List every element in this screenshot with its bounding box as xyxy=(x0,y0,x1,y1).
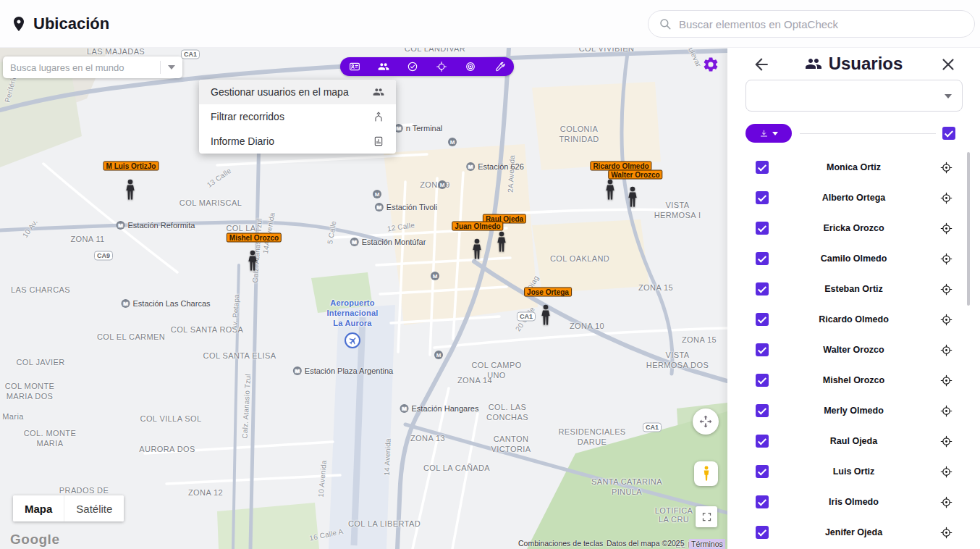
user-marker[interactable] xyxy=(539,304,552,329)
map-street-label: 13 Calle xyxy=(206,167,234,190)
fullscreen-button[interactable] xyxy=(696,506,717,527)
users-panel: Usuarios Monica OrtizAlberto OrtegaErick… xyxy=(727,48,980,549)
locate-user-button[interactable] xyxy=(939,525,953,540)
select-all-checkbox[interactable] xyxy=(942,127,955,140)
user-checkbox[interactable] xyxy=(756,282,769,296)
map-place-search-input[interactable] xyxy=(3,62,160,73)
station-label: Mn Terminal xyxy=(394,124,443,133)
map-area-label: COL. MONTEMARIA xyxy=(24,429,76,449)
user-checkbox[interactable] xyxy=(756,465,769,478)
pan-control-button[interactable] xyxy=(693,408,719,435)
download-icon xyxy=(759,129,769,138)
user-name: Walter Orozco xyxy=(769,345,939,355)
user-marker[interactable] xyxy=(124,179,137,204)
wrench-icon[interactable] xyxy=(489,57,510,76)
user-marker-label: Jose Ortega xyxy=(524,288,572,297)
map-area-label: RESIDENCIALESDARUE xyxy=(558,427,625,448)
map-area-label: COL LA CAÑADA xyxy=(423,464,490,474)
user-name: Iris Olmedo xyxy=(769,497,939,507)
locate-user-button[interactable] xyxy=(939,495,953,509)
map-street-label: 10 Av. xyxy=(21,218,40,240)
scrollbar-thumb[interactable] xyxy=(967,152,970,306)
user-checkbox[interactable] xyxy=(756,526,769,539)
user-checkbox[interactable] xyxy=(756,374,769,387)
user-marker[interactable] xyxy=(626,186,639,211)
search-icon xyxy=(659,17,672,30)
user-checkbox[interactable] xyxy=(756,435,769,448)
user-filter-select[interactable] xyxy=(745,80,963,112)
map-street-label: Calz. Atanasio Tzul xyxy=(240,374,253,439)
users-dark-icon xyxy=(373,86,384,98)
user-name: Alberto Ortega xyxy=(769,193,939,203)
map-area-label: ZONA 15 xyxy=(682,335,717,345)
global-search[interactable] xyxy=(648,10,975,38)
pegman-control[interactable] xyxy=(694,461,718,486)
user-row: Luis Ortiz xyxy=(727,456,973,487)
locate-user-button[interactable] xyxy=(939,190,953,205)
user-row: Esteban Ortiz xyxy=(727,274,973,304)
user-marker[interactable] xyxy=(604,179,617,204)
locate-user-button[interactable] xyxy=(939,343,953,357)
crosshair-icon[interactable] xyxy=(431,57,452,76)
locate-user-button[interactable] xyxy=(939,282,953,296)
user-name: Ricardo Olmedo xyxy=(769,314,939,324)
map-area-label: VISTAHERMOSA DOS xyxy=(646,351,709,371)
user-row: Walter Orozco xyxy=(727,335,973,365)
global-search-input[interactable] xyxy=(679,18,964,30)
map-area-label: COL MONTEMARIA DOS xyxy=(5,382,55,402)
user-checkbox[interactable] xyxy=(756,313,769,326)
map-area-label: LAS MAJADAS xyxy=(87,48,145,57)
station-label: MEstación Tivoli xyxy=(375,203,437,211)
user-marker[interactable] xyxy=(470,238,483,263)
user-checkbox[interactable] xyxy=(756,191,769,204)
user-checkbox[interactable] xyxy=(756,252,769,265)
locate-user-button[interactable] xyxy=(939,160,953,175)
user-checkbox[interactable] xyxy=(756,161,769,174)
user-row: Ericka Orozco xyxy=(727,213,973,243)
user-checkbox[interactable] xyxy=(756,404,769,417)
map-type-satellite-button[interactable]: Satélite xyxy=(64,495,124,521)
settings-gear-icon[interactable] xyxy=(702,56,719,73)
badge-icon[interactable] xyxy=(344,57,366,76)
route-badge: CA1 xyxy=(181,50,200,59)
locate-user-button[interactable] xyxy=(939,251,953,266)
map-area-label: COL EL CARMEN xyxy=(97,332,165,343)
keyboard-shortcuts-link[interactable]: Combinaciones de teclas xyxy=(518,539,603,548)
user-checkbox[interactable] xyxy=(756,495,769,508)
map-type-map-button[interactable]: Mapa xyxy=(13,495,64,521)
metro-icon: M xyxy=(375,203,384,211)
station-label: MEstación Hangares xyxy=(400,404,479,413)
download-button[interactable] xyxy=(745,124,792,143)
metro-icon: M xyxy=(373,190,381,198)
map-place-search[interactable] xyxy=(3,56,182,78)
locate-user-button[interactable] xyxy=(939,403,953,418)
menu-item-filtrar-recorridos[interactable]: Filtrar recorridos xyxy=(199,104,396,129)
locate-user-button[interactable] xyxy=(939,373,953,387)
user-checkbox[interactable] xyxy=(756,343,769,356)
app-header: Ubicación xyxy=(0,0,980,48)
google-watermark: Google xyxy=(10,532,59,548)
user-row: Merly Olmedo xyxy=(727,395,973,426)
locate-user-button[interactable] xyxy=(939,221,953,235)
menu-item-informe-diario[interactable]: Informe Diario xyxy=(199,129,396,154)
map-canvas[interactable]: LAS MAJADASCOL LANDIVARCOL VIVIBIENZONA … xyxy=(0,48,727,549)
map-area-label: ZONA 12 xyxy=(188,488,223,498)
locate-user-button[interactable] xyxy=(939,434,953,448)
map-area-label: COL. LASCONCHAS xyxy=(486,403,528,423)
user-marker-label: Mishel Orozco xyxy=(227,233,282,243)
menu-item-gestionar-usuarios-en-el-mapa[interactable]: Gestionar usuarios en el mapa xyxy=(199,80,396,104)
chevron-down-icon[interactable] xyxy=(168,65,175,70)
user-marker[interactable] xyxy=(495,231,508,256)
locate-user-button[interactable] xyxy=(939,312,953,327)
map-area-label: COL VIVIBIEN xyxy=(579,48,635,54)
user-row: Camilo Olmedo xyxy=(727,243,973,274)
user-marker[interactable] xyxy=(246,250,259,274)
user-row: Monica Ortiz xyxy=(727,152,973,183)
users-icon[interactable] xyxy=(373,57,394,76)
close-button[interactable] xyxy=(939,55,958,74)
target-icon[interactable] xyxy=(460,57,481,76)
check-circle-icon[interactable] xyxy=(402,57,423,76)
locate-user-button[interactable] xyxy=(939,464,953,479)
user-checkbox[interactable] xyxy=(756,222,769,235)
terms-link[interactable]: Términos xyxy=(689,539,725,549)
